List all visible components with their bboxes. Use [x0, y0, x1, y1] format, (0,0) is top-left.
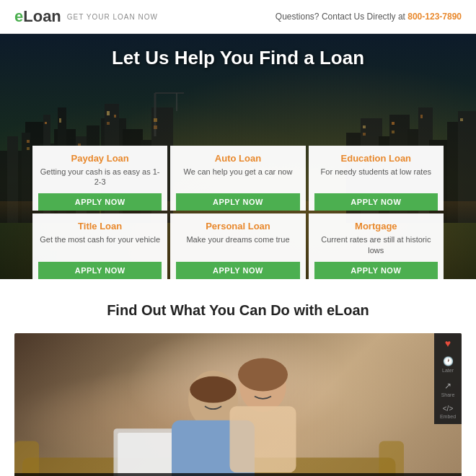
phone-number[interactable]: 800-123-7890	[407, 12, 462, 22]
card-desc-payday: Getting your cash is as easy as 1-2-3	[38, 167, 162, 188]
watch-later-icon[interactable]: 🕐 Later	[442, 356, 454, 374]
svg-rect-40	[392, 131, 395, 133]
apply-btn-payday[interactable]: APPLY NOW	[38, 193, 162, 211]
site-header: eLoan GET YOUR LOAN NOW Questions? Conta…	[0, 0, 476, 34]
card-desc-personal: Make your dreams come true	[186, 234, 289, 256]
svg-rect-10	[27, 140, 30, 143]
svg-point-55	[190, 376, 236, 403]
find-title: Find Out What You Can Do with eLoan	[14, 302, 462, 319]
svg-rect-23	[107, 111, 110, 115]
video-controls: ▶ HD ⛶	[14, 473, 462, 476]
card-title-personal: Personal Loan	[206, 221, 270, 232]
svg-rect-42	[460, 118, 463, 121]
svg-rect-27	[154, 125, 157, 129]
logo-e: e	[14, 7, 23, 25]
svg-rect-41	[420, 115, 423, 118]
apply-btn-auto[interactable]: APPLY NOW	[176, 193, 299, 211]
hero-section: Let Us Help You Find a Loan Payday Loan …	[0, 34, 476, 279]
card-title-payday: Payday Loan	[71, 153, 129, 164]
logo: eLoan	[14, 7, 61, 26]
svg-rect-46	[379, 441, 405, 477]
logo-loan: Loan	[23, 7, 61, 25]
svg-rect-39	[392, 122, 395, 125]
loan-cards-grid: Payday Loan Getting your cash is as easy…	[32, 146, 444, 279]
card-education: Education Loan For needy students at low…	[309, 146, 444, 211]
logo-tagline: GET YOUR LOAN NOW	[67, 13, 158, 21]
hero-title: Let Us Help You Find a Loan	[0, 47, 476, 69]
header-contact: Questions? Contact Us Directly at 800-12…	[276, 12, 462, 22]
card-title-auto: Auto Loan	[215, 153, 261, 164]
card-desc-auto: We can help you get a car now	[184, 167, 293, 188]
svg-rect-38	[363, 133, 366, 136]
card-payday: Payday Loan Getting your cash is as easy…	[32, 146, 167, 211]
people-illustration	[14, 333, 462, 476]
find-section: Find Out What You Can Do with eLoan	[0, 279, 476, 476]
card-desc-education: For needy students at low rates	[321, 167, 431, 188]
svg-rect-53	[230, 406, 296, 472]
svg-rect-45	[14, 441, 39, 477]
svg-rect-12	[45, 122, 47, 124]
card-desc-title: Get the most cash for your vehicle	[40, 234, 160, 256]
card-title-mortgage: Mortgage	[355, 221, 397, 232]
svg-rect-24	[107, 122, 110, 125]
svg-point-54	[238, 358, 288, 392]
apply-btn-mortgage[interactable]: APPLY NOW	[314, 262, 438, 279]
card-auto: Auto Loan We can help you get a car now …	[170, 146, 305, 211]
card-title: Title Loan Get the most cash for your ve…	[32, 213, 167, 279]
like-icon[interactable]: ♥	[445, 338, 451, 349]
card-personal: Personal Loan Make your dreams come true…	[170, 213, 305, 279]
card-title-title: Title Loan	[78, 221, 122, 232]
share-icon[interactable]: ↗ Share	[441, 381, 455, 398]
card-title-education: Education Loan	[341, 153, 412, 164]
svg-rect-25	[114, 115, 116, 118]
video-thumbnail	[14, 333, 462, 476]
svg-rect-13	[59, 118, 61, 123]
video-player[interactable]: ♥ 🕐 Later ↗ Share </> Embed ▶	[14, 333, 462, 476]
card-mortgage: Mortgage Current rates are still at hist…	[309, 213, 444, 279]
logo-area: eLoan GET YOUR LOAN NOW	[14, 7, 158, 26]
apply-btn-personal[interactable]: APPLY NOW	[176, 262, 299, 279]
apply-btn-title[interactable]: APPLY NOW	[38, 262, 162, 279]
apply-btn-education[interactable]: APPLY NOW	[314, 193, 438, 211]
video-side-panel: ♥ 🕐 Later ↗ Share </> Embed	[434, 333, 462, 424]
card-desc-mortgage: Current rates are still at historic lows	[314, 234, 438, 256]
svg-rect-11	[27, 147, 30, 150]
embed-icon[interactable]: </> Embed	[440, 405, 456, 420]
svg-rect-37	[363, 125, 366, 128]
svg-rect-26	[154, 118, 157, 122]
